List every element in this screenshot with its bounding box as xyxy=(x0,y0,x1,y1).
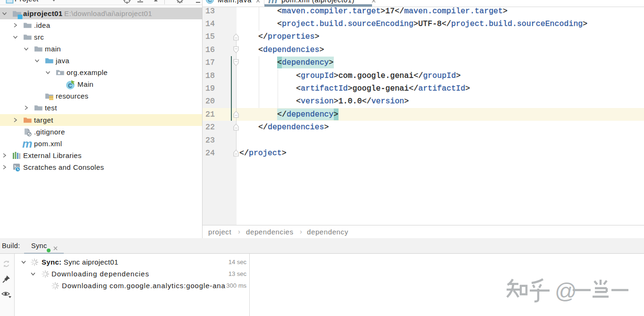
svg-text:C: C xyxy=(208,0,212,3)
